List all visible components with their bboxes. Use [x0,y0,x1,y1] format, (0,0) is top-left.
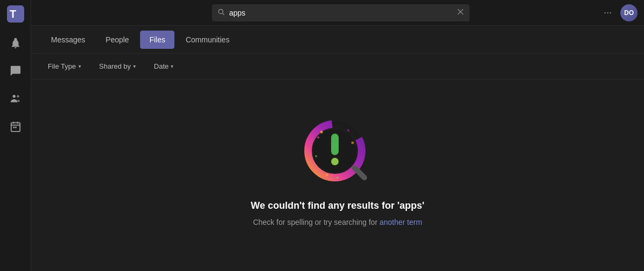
header: ··· DO [31,0,644,26]
sidebar: T [0,0,31,271]
search-icon [217,8,225,17]
tab-people[interactable]: People [97,31,138,49]
svg-point-24 [315,155,317,157]
tab-messages[interactable]: Messages [42,31,94,49]
chevron-down-icon: ▾ [171,63,173,69]
header-right: ··· DO [599,4,638,21]
chevron-down-icon: ▾ [78,63,81,69]
svg-line-11 [223,13,224,15]
svg-point-25 [336,177,339,179]
tab-communities[interactable]: Communities [177,31,239,49]
svg-point-20 [320,131,323,134]
svg-point-26 [326,174,328,177]
svg-line-19 [355,168,364,178]
sidebar-item-activity[interactable] [3,30,28,56]
filter-file-type[interactable]: File Type ▾ [42,58,87,74]
clear-search-icon[interactable] [457,8,464,17]
chevron-down-icon: ▾ [133,63,136,69]
filters-bar: File Type ▾ Shared by ▾ Date ▾ [31,54,644,79]
tabs-bar: Messages People Files Communities [31,26,644,54]
more-options-button[interactable]: ··· [599,5,616,20]
avatar[interactable]: DO [620,4,638,21]
svg-rect-17 [331,134,339,155]
main-content: ··· DO Messages People Files Communities… [31,0,644,271]
svg-point-2 [12,95,16,98]
svg-point-21 [317,136,319,138]
no-results-illustration [295,108,380,194]
another-term-link[interactable]: another term [379,218,422,226]
search-input[interactable] [229,9,452,17]
tab-files[interactable]: Files [140,31,174,49]
svg-point-22 [347,129,349,131]
svg-rect-8 [13,127,14,128]
svg-point-18 [331,158,339,165]
teams-logo[interactable]: T [6,4,25,24]
svg-point-23 [352,142,354,144]
empty-state-title: We couldn't find any results for 'apps' [251,200,425,211]
empty-state: We couldn't find any results for 'apps' … [31,79,644,271]
svg-point-3 [17,95,19,98]
search-box [212,4,470,21]
filter-shared-by[interactable]: Shared by ▾ [93,58,142,74]
empty-state-subtitle: Check for spelling or try searching for … [253,218,422,226]
svg-rect-9 [15,127,17,128]
filter-date[interactable]: Date ▾ [148,58,179,74]
sidebar-item-teams[interactable] [3,86,28,112]
sidebar-item-chat[interactable] [3,58,28,84]
svg-text:T: T [10,8,16,20]
sidebar-item-calendar[interactable] [3,114,28,140]
